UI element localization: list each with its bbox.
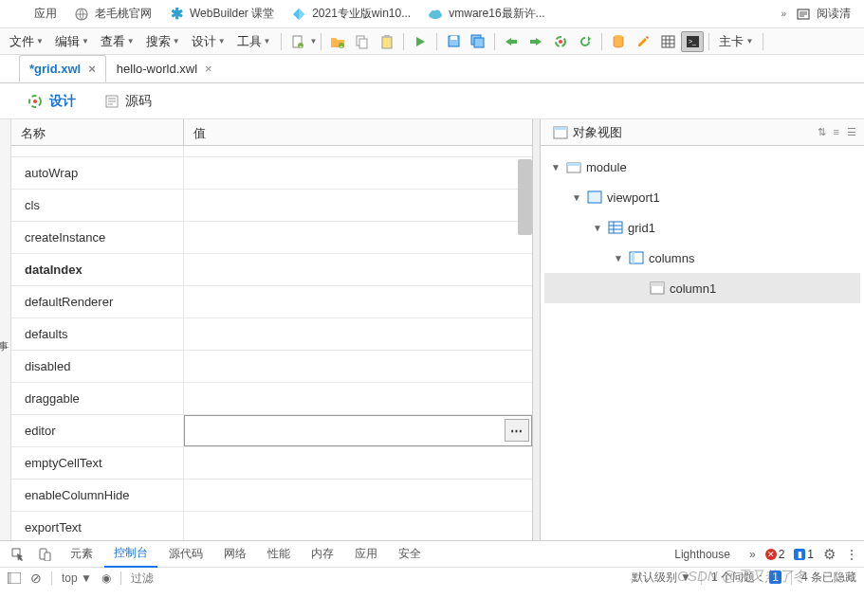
tree-body[interactable]: ▼module▼viewport1▼grid1▼columnscolumn1 [541,146,864,540]
close-icon[interactable]: × [88,62,96,76]
dt-tab-lighthouse[interactable]: Lighthouse [665,543,740,566]
property-value[interactable] [184,190,532,221]
save-all-button[interactable] [467,31,489,52]
ellipsis-button[interactable]: ⋯ [505,419,529,442]
bookmark-item[interactable]: ✱ WebBuilder 课堂 [161,2,282,26]
kebab-icon[interactable]: ⋮ [845,547,858,562]
dt-tab-console[interactable]: 控制台 [104,540,157,568]
property-row[interactable]: dataIndex [11,254,532,286]
gear-icon[interactable]: ⚙ [823,546,836,563]
apps-button[interactable]: 应用 [6,2,64,26]
property-value[interactable]: ⋯ [184,415,532,446]
sidebar-toggle-icon[interactable] [8,572,21,584]
sync-button[interactable] [549,31,572,52]
bookmark-item[interactable]: 2021专业版win10... [284,2,418,26]
bookmark-item[interactable]: vmware16最新许... [420,2,552,26]
property-value[interactable] [184,157,532,189]
property-row[interactable]: emptyCellText [11,447,532,480]
filter-input[interactable] [131,571,188,585]
dt-tab-security[interactable]: 安全 [389,541,431,567]
property-value[interactable] [184,254,532,285]
property-body[interactable]: altTextautoWrapclscreateInstancedataInde… [11,146,532,540]
property-row[interactable]: cls [11,190,532,222]
reader-button[interactable]: 阅读清 [788,2,858,26]
main-card-menu[interactable]: 主卡▼ [713,29,759,54]
property-value[interactable] [184,222,532,253]
splitter[interactable] [533,119,541,540]
dt-tab-application[interactable]: 应用 [345,541,387,567]
menu-design[interactable]: 设计▼ [186,29,231,54]
property-value[interactable] [184,383,532,414]
run-button[interactable] [409,31,432,52]
dt-tab-performance[interactable]: 性能 [258,541,300,567]
col-name-header[interactable]: 名称 [11,119,184,145]
dt-tab-sources[interactable]: 源代码 [159,541,212,567]
device-icon[interactable] [33,544,56,565]
tree-tool-icon[interactable]: ☰ [847,126,856,138]
property-row[interactable]: createInstance [11,222,532,254]
edit-button[interactable] [632,31,654,52]
tree-node[interactable]: ▼columns [544,243,860,273]
col-value-header[interactable]: 值 [184,119,532,145]
property-row[interactable]: draggable [11,383,532,415]
property-value[interactable] [184,286,532,317]
expand-icon[interactable]: ▼ [613,253,624,263]
forward-button[interactable] [524,31,547,52]
bookmark-item[interactable]: 老毛桃官网 [66,2,159,26]
file-tab[interactable]: *grid.xwl × [19,55,106,82]
tree-tool-icon[interactable]: ⇅ [818,126,826,138]
clear-icon[interactable]: ⊘ [30,571,42,586]
hidden-count[interactable]: 4 条已隐藏 [801,570,856,586]
property-value[interactable] [184,318,532,350]
back-button[interactable] [500,31,523,52]
eye-icon[interactable]: ◉ [101,571,111,585]
save-button[interactable] [442,31,465,52]
console-button[interactable]: >_ [681,31,704,52]
tree-node[interactable]: column1 [544,273,860,303]
property-row[interactable]: editor⋯ [11,415,532,447]
tree-node[interactable]: ▼grid1 [544,212,860,243]
expand-icon[interactable]: ▼ [592,223,603,233]
dt-tab-network[interactable]: 网络 [214,541,256,567]
menu-tools[interactable]: 工具▼ [231,29,277,54]
property-row[interactable]: disabled [11,351,532,383]
open-folder-button[interactable]: + [326,31,349,52]
inspect-icon[interactable] [7,544,29,565]
level-selector[interactable]: 默认级别 ▼ [632,570,691,586]
property-value[interactable] [184,351,532,382]
context-selector[interactable]: top ▼ [62,571,92,585]
paste-button[interactable] [376,31,398,52]
left-gutter[interactable]: 事件 [0,119,11,540]
menu-file[interactable]: 文件▼ [4,29,49,54]
property-row[interactable]: altText [11,146,532,157]
menu-search[interactable]: 搜索▼ [140,29,186,54]
new-file-button[interactable]: + [286,31,309,52]
close-icon[interactable]: × [205,62,212,76]
db-button[interactable] [607,31,630,52]
message-badge[interactable]: ▮1 [794,548,814,561]
property-row[interactable]: enableColumnHide [11,480,532,512]
tab-source[interactable]: 源码 [102,89,154,114]
copy-button[interactable] [351,31,374,52]
property-row[interactable]: exportText [11,512,532,540]
file-tab[interactable]: hello-world.xwl × [106,55,223,82]
property-value[interactable] [184,512,532,540]
issues-indicator[interactable]: 1 个问题： 1 [711,570,781,586]
property-value[interactable] [184,146,532,156]
menu-view[interactable]: 查看▼ [95,29,140,54]
property-value[interactable] [184,480,532,511]
menu-edit[interactable]: 编辑▼ [49,29,95,54]
tree-tool-icon[interactable]: ≡ [834,126,839,138]
chevron-right-icon[interactable]: » [781,9,786,19]
refresh-button[interactable] [574,31,597,52]
property-row[interactable]: defaultRenderer [11,286,532,318]
tree-node[interactable]: ▼module [544,152,860,182]
property-row[interactable]: autoWrap [11,157,532,190]
expand-icon[interactable]: ▼ [550,162,561,172]
property-value[interactable] [184,447,532,479]
tab-design[interactable]: 设计 [25,89,78,114]
tree-node[interactable]: ▼viewport1 [544,182,860,212]
dt-tab-elements[interactable]: 元素 [61,541,102,567]
chevron-right-icon[interactable]: » [749,548,756,561]
property-row[interactable]: defaults [11,318,532,351]
